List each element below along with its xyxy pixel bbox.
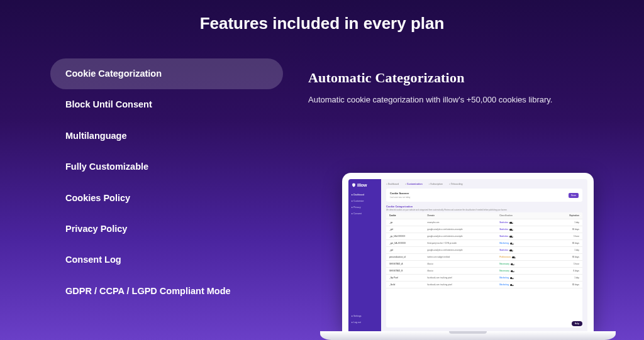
toggle-icon bbox=[511, 270, 514, 272]
mockup-cookie-table: CookieDomainClassificationExpiration_gae… bbox=[386, 212, 582, 327]
toggle-icon bbox=[509, 222, 513, 224]
toggle-icon bbox=[509, 250, 513, 251]
mockup-table-row: SESSIONID_Aillow.ioNecessary1 hour bbox=[386, 261, 582, 268]
mockup-sidebar-item: ▸ Privacy bbox=[352, 206, 378, 209]
mockup-topbar: DashboardCustomizationSubscriptionOnboar… bbox=[386, 183, 582, 189]
toggle-icon bbox=[511, 263, 514, 265]
mockup-brand-text: illow bbox=[357, 183, 367, 187]
feature-tab[interactable]: Privacy Policy bbox=[50, 214, 283, 244]
mockup-topbar-item: Customization bbox=[405, 183, 422, 185]
feature-tab[interactable]: Cookie Categorization bbox=[50, 58, 283, 89]
mockup-table-row: _gaexample.comStatistics1 day bbox=[386, 219, 582, 226]
mockup-table-row: personalization_idtwitter.com widget emb… bbox=[386, 254, 582, 261]
toggle-icon bbox=[509, 236, 513, 238]
mockup-table-row: _gidgoogle-analytics.com/statistics-exam… bbox=[386, 247, 582, 254]
detail-title: Automatic Categorization bbox=[308, 70, 594, 86]
feature-tab[interactable]: Cookies Policy bbox=[50, 183, 283, 214]
feature-tab[interactable]: GDPR / CCPA / LGPD Compliant Mode bbox=[50, 276, 283, 307]
mockup-table-header: CookieDomainClassificationExpiration bbox=[386, 212, 582, 219]
toggle-icon bbox=[509, 229, 513, 231]
mockup-sidebar-bottom-item: ▸ Settings bbox=[352, 315, 378, 317]
laptop-base bbox=[320, 331, 616, 340]
feature-tab[interactable]: Consent Log bbox=[50, 244, 283, 275]
mockup-table-row: _gidgoogle-analytics.com/statistics-exam… bbox=[386, 226, 582, 233]
mockup-cat-heading: Cookie Categorization bbox=[386, 205, 582, 208]
laptop-screen: illow ▸ Dashboard▸ Customize▸ Privacy▸ C… bbox=[342, 173, 594, 331]
mockup-table-row: _fbp Pixelfacebook.com tracking pixelMar… bbox=[386, 275, 582, 282]
mockup-sidebar-bottom-item: ▸ Log out bbox=[352, 321, 378, 324]
mockup-sidebar: illow ▸ Dashboard▸ Customize▸ Privacy▸ C… bbox=[348, 179, 381, 331]
mockup-cat-section-header: Cookie Categorization We detected cookie… bbox=[386, 205, 582, 211]
toggle-icon bbox=[510, 284, 514, 286]
mockup-topbar-item: Subscription bbox=[429, 183, 443, 185]
mockup-scan-button: Scan bbox=[569, 193, 579, 198]
mockup-table-row: SESSIONID_Billow.ioNecessary6 days bbox=[386, 268, 582, 275]
mockup-help-pill: Help bbox=[572, 321, 582, 326]
mockup-topbar-item: Onboarding bbox=[449, 183, 462, 185]
toggle-icon bbox=[510, 243, 514, 244]
mockup-table-row: _fbclidfacebook.com tracking pixelMarket… bbox=[386, 282, 582, 288]
mockup-scan-subtitle: Last scan was run today bbox=[390, 196, 410, 199]
toggle-icon bbox=[510, 277, 514, 279]
mockup-sidebar-item: ▸ Consent bbox=[352, 212, 378, 215]
mockup-sidebar-item: ▸ Dashboard bbox=[352, 194, 378, 196]
feature-tab[interactable]: Multilanguage bbox=[50, 121, 283, 151]
mockup-table-row: _ga_UA-XXXXXXgoogle-analytics.com/statis… bbox=[386, 233, 582, 240]
shield-icon bbox=[352, 183, 356, 187]
mockup-table-row: _gat_UA-XXXXXXthird-party tracker / CDN … bbox=[386, 240, 582, 247]
feature-tab[interactable]: Block Until Consent bbox=[50, 89, 283, 120]
feature-tab-list: Cookie CategorizationBlock Until Consent… bbox=[50, 58, 283, 307]
mockup-logo: illow bbox=[352, 183, 378, 187]
mockup-main: DashboardCustomizationSubscriptionOnboar… bbox=[381, 179, 587, 331]
mockup-topbar-item: Dashboard bbox=[386, 183, 399, 185]
detail-description: Automatic cookie categorization with ill… bbox=[308, 94, 594, 106]
laptop-mockup: illow ▸ Dashboard▸ Customize▸ Privacy▸ C… bbox=[320, 173, 616, 340]
mockup-scan-panel: Cookie Scanner Last scan was run today S… bbox=[386, 189, 582, 202]
mockup-cat-subtitle: We detected cookies on your website and … bbox=[386, 209, 582, 211]
page-title: Features included in every plan bbox=[0, 0, 644, 40]
mockup-scan-title: Cookie Scanner bbox=[390, 192, 410, 195]
mockup-sidebar-item: ▸ Customize bbox=[352, 200, 378, 202]
toggle-icon bbox=[512, 256, 516, 258]
feature-tab[interactable]: Fully Customizable bbox=[50, 151, 283, 182]
